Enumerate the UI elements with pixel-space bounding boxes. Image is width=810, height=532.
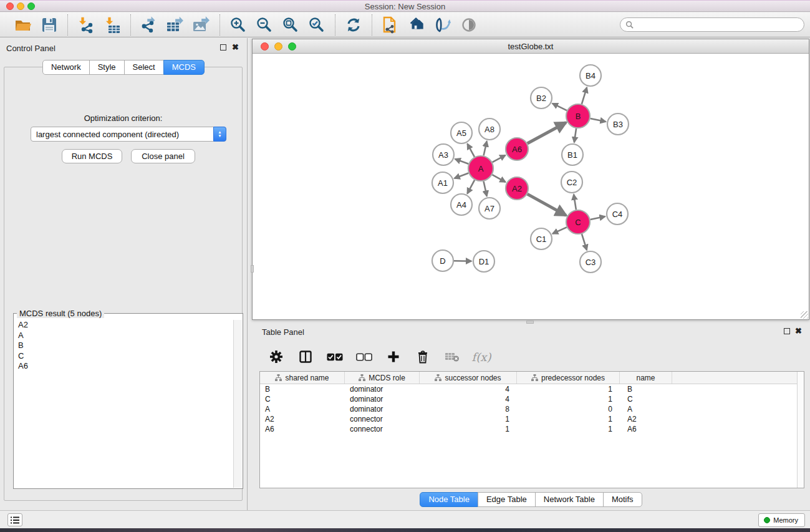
node-C2[interactable]: C2 [561,172,582,193]
hide-show-button[interactable] [433,16,452,34]
table-cell[interactable]: connector [345,424,420,434]
node-C[interactable]: C [566,210,590,234]
node-A2[interactable]: A2 [506,177,528,200]
eye-preview-button[interactable] [460,16,478,34]
search-input[interactable] [637,21,804,29]
tab-network[interactable]: Network [42,60,90,75]
node-C4[interactable]: C4 [607,203,628,225]
edge-C-C1[interactable] [552,227,567,233]
table-cell[interactable]: 1 [517,384,620,394]
close-panel-button[interactable]: Close panel [131,149,195,163]
table-row[interactable]: A6connector11A6 [260,424,804,434]
table-row[interactable]: A2connector11A2 [260,414,804,424]
table-cell[interactable]: A2 [260,414,345,424]
node-B1[interactable]: B1 [562,144,583,165]
column-header-successor-nodes[interactable]: successor nodes [420,372,517,384]
table-cell[interactable]: B [260,384,345,394]
result-item[interactable]: A2 [14,320,233,331]
node-A4[interactable]: A4 [451,194,472,215]
column-header-shared-name[interactable]: shared name [260,372,345,384]
network-canvas[interactable]: B4B2BB3A5A8A6A3B1AA1C2A2A4A7C4CC1C3DD1 [253,54,809,319]
column-header-mcds-role[interactable]: MCDS role [345,372,420,384]
resize-grip[interactable] [801,311,808,319]
function-builder-button[interactable]: f(x) [473,349,489,365]
table-cell[interactable]: C [620,394,672,404]
close-panel-icon[interactable]: ✖ [232,42,239,52]
node-A6[interactable]: A6 [506,138,528,160]
edge-A2-C[interactable] [528,194,566,215]
show-columns-button[interactable] [297,349,314,365]
table-cell[interactable]: A6 [260,424,345,434]
table-settings-button[interactable] [268,349,284,365]
edge-A-A6[interactable] [493,155,506,162]
table-cell[interactable]: A [620,404,672,414]
table-cell[interactable]: dominator [345,384,420,394]
node-C3[interactable]: C3 [580,251,601,273]
column-header-predecessor-nodes[interactable]: predecessor nodes [517,372,620,384]
edge-C-C3[interactable] [582,234,587,250]
task-history-button[interactable] [7,513,22,526]
delete-table-button[interactable] [444,349,460,365]
select-all-button[interactable] [327,349,343,365]
search-box[interactable] [620,17,804,32]
node-A1[interactable]: A1 [432,172,453,193]
table-row[interactable]: Cdominator41C [260,394,804,404]
edge-B-B2[interactable] [552,104,567,110]
node-A7[interactable]: A7 [479,198,500,219]
table-cell[interactable]: A2 [620,414,672,424]
tab-network-table[interactable]: Network Table [535,492,604,507]
node-B2[interactable]: B2 [531,87,552,109]
table-cell[interactable]: 8 [420,404,517,414]
node-A[interactable]: A [468,156,493,181]
edge-A-A4[interactable] [467,180,475,194]
node-D[interactable]: D [432,250,453,271]
table-cell[interactable]: C [260,394,345,404]
table-row[interactable]: Adominator80A [260,404,804,414]
result-item[interactable]: A6 [14,361,233,372]
table-cell[interactable]: 4 [420,384,517,394]
criterion-dropdown[interactable]: largest connected component (directed) ▲… [31,127,226,142]
edge-B-B1[interactable] [574,128,576,142]
home-button[interactable] [407,16,426,34]
edge-A-A1[interactable] [455,173,469,178]
table-float-panel-icon[interactable] [784,328,790,334]
node-B[interactable]: B [566,104,590,128]
table-cell[interactable]: 1 [517,414,620,424]
table-cell[interactable]: 0 [517,404,620,414]
horizontal-splitter-handle[interactable] [526,321,534,324]
float-panel-icon[interactable] [220,44,226,51]
node-A5[interactable]: A5 [451,122,472,143]
refresh-button[interactable] [344,16,363,34]
node-B4[interactable]: B4 [580,65,601,86]
table-cell[interactable]: 1 [420,414,517,424]
export-image-button[interactable] [192,16,211,34]
table-cell[interactable]: 4 [420,394,517,404]
node-C1[interactable]: C1 [531,228,552,249]
edge-A-A2[interactable] [492,175,505,182]
result-item[interactable]: A [14,331,233,341]
node-D1[interactable]: D1 [473,251,494,272]
node-B3[interactable]: B3 [607,114,629,135]
result-item[interactable]: C [14,351,233,362]
import-table-button[interactable] [103,16,122,34]
node-A3[interactable]: A3 [433,144,454,165]
node-A8[interactable]: A8 [479,118,500,140]
delete-column-button[interactable] [415,349,431,365]
table-cell[interactable]: 1 [517,394,620,404]
zoom-selected-button[interactable] [307,16,326,34]
vertical-splitter-handle[interactable] [251,265,254,273]
clone-network-button[interactable] [381,16,400,34]
tab-edge-table[interactable]: Edge Table [478,492,536,507]
import-network-button[interactable] [77,16,95,34]
table-cell[interactable]: 1 [420,424,517,434]
save-session-button[interactable] [40,16,59,34]
tab-motifs[interactable]: Motifs [603,492,642,507]
deselect-all-button[interactable] [356,349,372,365]
table-cell[interactable]: A [260,404,345,414]
zoom-fit-button[interactable] [281,16,300,34]
add-column-button[interactable] [385,349,402,365]
table-cell[interactable]: connector [345,414,420,424]
column-header-name[interactable]: name [620,372,672,384]
tab-node-table[interactable]: Node Table [420,492,478,507]
open-session-button[interactable] [14,16,32,34]
